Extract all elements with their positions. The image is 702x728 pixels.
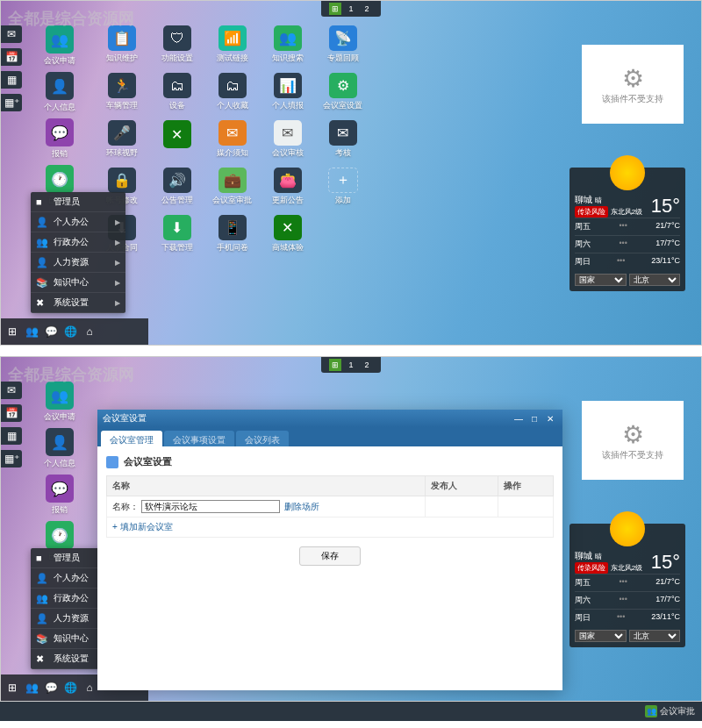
app-item[interactable]: 👤个人信息 xyxy=(32,72,87,113)
tb-home-icon[interactable]: ⌂ xyxy=(82,680,97,696)
room-name-input[interactable] xyxy=(141,500,280,513)
app-item[interactable]: ＋添加 xyxy=(319,168,367,206)
app-item[interactable]: 👥会议申请 xyxy=(32,25,87,67)
menu-item[interactable]: ■管理员 xyxy=(31,192,125,212)
app-item[interactable]: 📊个人填报 xyxy=(263,73,312,111)
tab-event-settings[interactable]: 会议事项设置 xyxy=(164,431,234,446)
app-icon: 👥 xyxy=(274,25,302,51)
dock-item[interactable]: ✉ xyxy=(1,25,22,43)
app-item[interactable]: 📡专题回顾 xyxy=(319,25,367,64)
tb-globe-icon[interactable]: 🌐 xyxy=(62,680,78,696)
app-item[interactable]: ⬇下载管理 xyxy=(153,215,201,253)
add-room-link[interactable]: + 填加新会议室 xyxy=(112,522,173,532)
app-item[interactable]: 👥会议申请 xyxy=(32,382,87,423)
app-item[interactable]: 📶测试链接 xyxy=(208,25,256,64)
app-item[interactable]: 💼会议室审批 xyxy=(208,168,256,206)
pager-1[interactable]: 1 xyxy=(345,359,357,371)
desktop-screen-1: 全都是综合资源网 ⊞ 1 2 ✉📅▦▦⁺ 👥会议申请👤个人信息💬报销🕐已提项 📋… xyxy=(0,0,702,346)
plugin-text: 该插件不受支持 xyxy=(602,449,663,461)
app-item[interactable]: 🎤环球视野 xyxy=(97,120,146,159)
app-item[interactable]: 📋知识维护 xyxy=(97,25,146,64)
pager-2[interactable]: 2 xyxy=(361,359,373,371)
city-select[interactable]: 北京 xyxy=(629,630,681,642)
tab-room-manage[interactable]: 会议室管理 xyxy=(101,431,162,446)
app-icon: ⬇ xyxy=(163,215,191,240)
puzzle-icon: ⚙ xyxy=(622,420,644,449)
pager-1[interactable]: 1 xyxy=(345,3,357,15)
app-item[interactable]: 🏃车辆管理 xyxy=(97,73,146,111)
app-label: 环球视野 xyxy=(106,147,138,159)
app-item[interactable]: 📱手机问卷 xyxy=(208,215,256,253)
dock-item[interactable]: ▦ xyxy=(1,427,22,445)
dock-item[interactable]: ▦⁺ xyxy=(1,450,22,467)
app-item[interactable]: 👥知识搜索 xyxy=(263,25,312,64)
start-button[interactable]: ⊞ xyxy=(4,324,20,339)
app-column: 👥会议申请👤个人信息💬报销🕐已提项 xyxy=(32,25,87,211)
app-icon: ✕ xyxy=(163,120,191,148)
app-item[interactable]: ✕商城体验 xyxy=(263,215,312,253)
dock-item[interactable]: 📅 xyxy=(1,48,22,66)
app-item[interactable]: ✕ xyxy=(153,120,201,159)
status-item[interactable]: 👥 会议审批 xyxy=(645,705,695,717)
tb-users-icon[interactable]: 👥 xyxy=(24,324,39,339)
tb-home-icon[interactable]: ⌂ xyxy=(82,324,97,339)
tb-msg-icon[interactable]: 💬 xyxy=(43,324,59,339)
app-item[interactable]: 👤个人信息 xyxy=(32,428,87,469)
menu-icon: 👤 xyxy=(36,217,48,228)
tb-msg-icon[interactable]: 💬 xyxy=(43,680,59,696)
menu-label: 系统设置 xyxy=(54,653,89,665)
menu-icon: 👤 xyxy=(36,573,48,584)
tab-meeting-list[interactable]: 会议列表 xyxy=(236,431,289,446)
app-item[interactable]: 💬报销 xyxy=(32,118,87,160)
menu-item[interactable]: 📚知识中心▶ xyxy=(31,273,125,293)
menu-item[interactable]: ✖系统设置▶ xyxy=(31,293,125,313)
close-button[interactable]: ✕ xyxy=(543,414,557,424)
pager-2[interactable]: 2 xyxy=(361,3,373,15)
pager-icon[interactable]: ⊞ xyxy=(329,3,341,15)
delete-link[interactable]: 删除场所 xyxy=(284,502,319,511)
window-tabs: 会议室管理 会议事项设置 会议列表 xyxy=(97,427,562,446)
plugin-text: 该插件不受支持 xyxy=(602,93,663,105)
city-select[interactable]: 北京 xyxy=(629,274,681,286)
top-pager: ⊞ 1 2 xyxy=(321,357,381,373)
app-item[interactable]: ✉考核 xyxy=(319,120,367,159)
menu-item[interactable]: 👤人力资源▶ xyxy=(31,253,125,273)
app-icon: ✉ xyxy=(274,120,302,146)
app-item[interactable]: 💬报销 xyxy=(32,475,87,516)
app-item[interactable]: ✉会议审核 xyxy=(263,120,312,159)
dock-item[interactable]: ✉ xyxy=(1,382,22,399)
app-item[interactable]: ✉媒介须知 xyxy=(208,120,256,159)
col-name: 名称 xyxy=(107,476,426,496)
menu-label: 行政办公 xyxy=(54,592,89,604)
app-item[interactable]: 🛡功能设置 xyxy=(153,25,201,64)
dock-item[interactable]: ▦⁺ xyxy=(1,94,22,111)
country-select[interactable]: 国家 xyxy=(575,630,627,642)
app-label: 知识搜索 xyxy=(272,53,304,64)
tb-globe-icon[interactable]: 🌐 xyxy=(62,324,78,339)
window-titlebar[interactable]: 会议室设置 — □ ✕ xyxy=(97,410,562,427)
country-select[interactable]: 国家 xyxy=(575,274,627,286)
menu-item[interactable]: 👤个人办公▶ xyxy=(31,212,125,232)
col-publisher: 发布人 xyxy=(426,476,498,496)
pager-icon[interactable]: ⊞ xyxy=(329,359,341,371)
window-body: 会议室设置 名称 发布人 操作 名称： 删除场所 + 填加新会议室 保存 xyxy=(97,446,562,690)
app-icon: ✉ xyxy=(218,120,247,146)
app-item[interactable]: 🗂个人收藏 xyxy=(208,73,256,111)
app-item[interactable]: 🗂设备 xyxy=(153,73,201,111)
tb-users-icon[interactable]: 👥 xyxy=(24,680,39,696)
dock-item[interactable]: 📅 xyxy=(1,404,22,422)
maximize-button[interactable]: □ xyxy=(527,414,541,424)
dock-item[interactable]: ▦ xyxy=(1,71,22,89)
start-button[interactable]: ⊞ xyxy=(4,680,20,696)
minimize-button[interactable]: — xyxy=(512,414,526,424)
weather-wind: 东北风2级 xyxy=(611,208,642,216)
save-button[interactable]: 保存 xyxy=(299,546,361,566)
app-label: 媒介须知 xyxy=(217,147,248,159)
app-item[interactable]: 🔊公告管理 xyxy=(153,168,201,206)
app-icon: 🕐 xyxy=(46,165,74,193)
app-item[interactable]: ⚙会议室设置 xyxy=(319,73,367,111)
weather-temp: 15° xyxy=(651,551,680,574)
app-item[interactable]: 👛更新公告 xyxy=(263,168,312,206)
puzzle-icon: ⚙ xyxy=(622,64,644,93)
menu-item[interactable]: 👥行政办公▶ xyxy=(31,232,125,253)
